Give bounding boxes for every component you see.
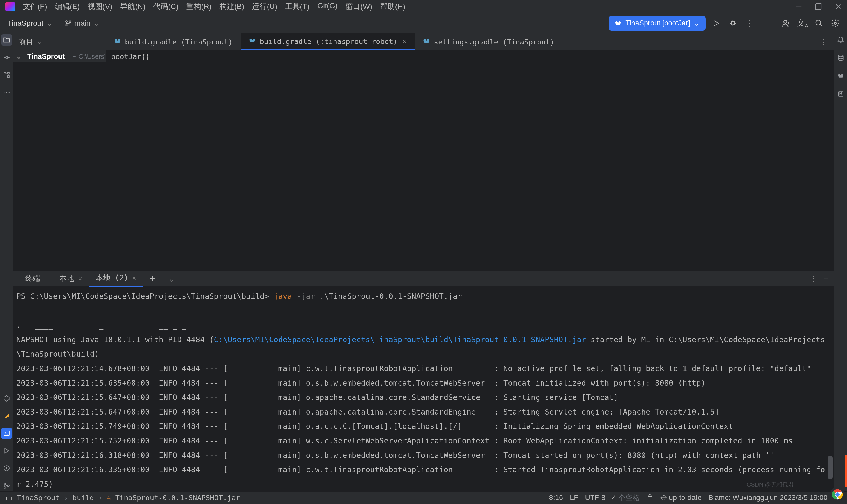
git-blame[interactable]: Blame: Wuxianggujun 2023/3/5 19:00 [708,494,827,502]
editor-breadcrumb[interactable]: bootJar{} [111,52,150,60]
chevron-down-icon: ⌄ [47,19,53,28]
vcs-branch[interactable]: main ⌄ [65,19,99,28]
menu-build[interactable]: 构建(B) [219,2,244,12]
gradle-panel-icon[interactable] [835,70,846,82]
svg-rect-34 [838,75,843,77]
menu-run[interactable]: 运行(U) [252,2,277,12]
cmd-flag: -jar [297,292,315,301]
more-tools-icon[interactable]: ⋯ [1,87,12,98]
database-icon[interactable] [835,52,846,64]
svg-point-0 [66,21,68,22]
bookmark-panel-icon[interactable] [835,88,846,100]
menu-tools[interactable]: 工具(T) [285,2,309,12]
code-with-me-icon[interactable] [780,17,792,30]
svg-rect-36 [648,497,652,499]
menu-git[interactable]: Git(G) [317,2,338,12]
commit-tool-icon[interactable] [1,52,12,63]
menu-help[interactable]: 帮助(H) [380,2,405,12]
settings-icon[interactable] [829,17,842,30]
terminal-session-tab[interactable]: 本地 ✕ [52,271,89,286]
log-line: 2023-03-06T12:21:15.752+08:00 INFO 4484 … [16,436,793,445]
chrome-bubble-icon[interactable] [830,487,845,502]
problems-tool-icon[interactable] [1,463,12,474]
services-tool-icon[interactable] [1,393,12,404]
minimize-panel-icon[interactable]: — [824,274,828,283]
titlebar: 文件(F) 编辑(E) 视图(V) 导航(N) 代码(C) 重构(R) 构建(B… [0,0,847,13]
branch-icon [65,20,72,27]
svg-marker-15 [4,396,9,401]
status-crumb[interactable]: TinaSprout [17,494,60,502]
session-dropdown-icon[interactable]: ⌄ [163,271,181,285]
svg-marker-17 [5,448,9,453]
menu-code[interactable]: 代码(C) [153,2,178,12]
left-tool-rail: ⋯ [0,33,13,491]
terminal-panel: 终端 本地 ✕ 本地 (2) ✕ + ⌄ ⋮ — [13,271,834,491]
menu-nav[interactable]: 导航(N) [120,2,145,12]
session-label: 本地 (2) [95,273,128,283]
terminal-title[interactable]: 终端 [19,271,47,286]
file-encoding[interactable]: UTF-8 [585,494,606,502]
translate-icon[interactable]: 文A [796,17,809,30]
separator: › [64,494,68,502]
status-crumb[interactable]: build [73,494,94,502]
project-selector[interactable]: TinaSprout ⌄ [3,17,57,30]
tree-root-label: TinaSprout [27,52,65,60]
terminal-output[interactable]: PS C:\Users\MI\CodeSpace\IdeaProjects\Ti… [13,286,834,491]
tabs-more-icon[interactable]: ⋮ [820,38,827,46]
search-icon[interactable] [813,17,825,30]
window-restore-icon[interactable]: ❐ [815,2,822,12]
run-button[interactable] [709,17,723,30]
svg-point-21 [7,485,9,487]
chevron-down-icon: ⌄ [694,19,700,28]
run-tool-icon[interactable] [1,445,12,456]
window-minimize-icon[interactable]: ─ [796,2,801,12]
indent-setting[interactable]: 4 个空格 [612,493,640,503]
terminal-tool-icon[interactable] [1,428,12,439]
terminal-options-icon[interactable]: ⋮ [809,274,817,283]
run-configuration[interactable]: TinaSprout [bootJar] ⌄ [609,16,706,31]
svg-point-11 [5,56,8,59]
new-session-icon[interactable]: + [143,271,163,286]
sql-tool-icon[interactable] [1,410,12,421]
jar-icon: ☕ [107,494,111,502]
cmd-java: java [274,292,292,301]
editor-tab[interactable]: build.gradle (TinaSprout) [106,33,240,50]
editor-tab[interactable]: settings.gradle (TinaSprout) [415,33,562,50]
run-config-label: TinaSprout [bootJar] [626,19,690,27]
chevron-down-icon: ⌄ [16,52,22,60]
close-icon[interactable]: ✕ [132,274,136,281]
line-separator[interactable]: LF [570,494,578,502]
tab-label: build.gradle (TinaSprout) [125,38,232,46]
close-icon[interactable]: ✕ [78,275,82,282]
menu-refactor[interactable]: 重构(R) [186,2,212,12]
tree-root-path: ~ C:\Users\MI\CodeSpace [73,53,105,60]
more-actions-icon[interactable]: ⋮ [743,17,756,30]
status-bar: 🗀 TinaSprout › build › ☕ TinaSprout-0.0.… [0,491,847,504]
menu-window[interactable]: 窗口(W) [345,2,372,12]
cmd-arg: .\TinaSprout-0.0.1-SNAPSHOT.jar [320,292,462,301]
menu-file[interactable]: 文件(F) [23,2,47,12]
svg-rect-13 [7,72,9,74]
menu-edit[interactable]: 编辑(E) [55,2,80,12]
gradle-icon [249,37,256,46]
git-tool-icon[interactable] [1,480,12,491]
cursor-position[interactable]: 8:16 [549,494,563,502]
close-icon[interactable]: ✕ [403,38,407,45]
window-close-icon[interactable]: ✕ [835,2,842,12]
notifications-icon[interactable] [835,34,846,46]
svg-rect-5 [616,22,620,25]
jar-path-link[interactable]: C:\Users\MI\CodeSpace\IdeaProjects\TinaS… [214,336,586,344]
debug-button[interactable] [726,17,740,30]
readonly-icon[interactable] [647,493,653,502]
editor-tab[interactable]: build.gradle (:tinasprout-robot) ✕ [240,33,415,50]
status-crumb[interactable]: TinaSprout-0.0.1-SNAPSHOT.jar [115,494,240,502]
project-tool-icon[interactable] [1,34,12,46]
structure-tool-icon[interactable] [1,69,12,80]
terminal-session-tab[interactable]: 本地 (2) ✕ [89,271,143,287]
menu-view[interactable]: 视图(V) [88,2,112,12]
tree-root-row[interactable]: ⌄ TinaSprout ~ C:\Users\MI\CodeSpace [13,50,105,62]
terminal-scrollbar[interactable] [828,455,833,480]
chevron-down-icon[interactable]: ⌄ [37,37,42,46]
project-panel-title[interactable]: 项目 [19,37,33,47]
update-status[interactable]: ⦵ up-to-date [661,494,702,502]
